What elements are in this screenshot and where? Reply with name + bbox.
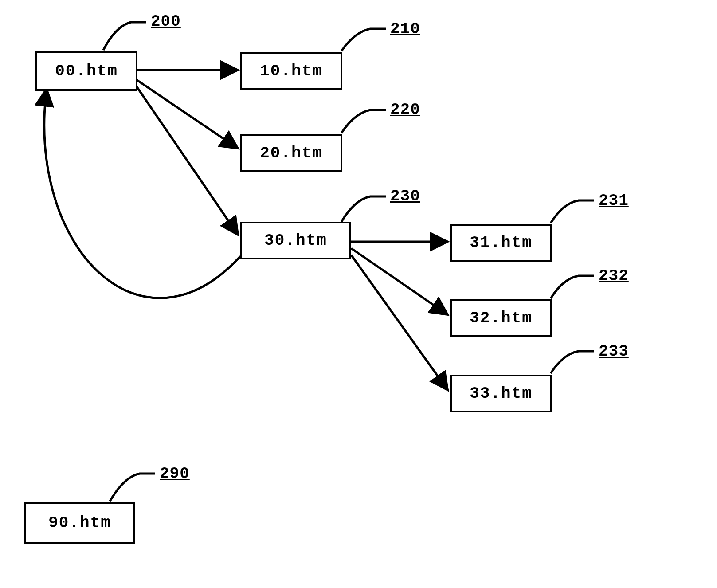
ref-label-233: 233: [599, 342, 629, 361]
node-label: 30.htm: [264, 231, 327, 250]
node-label: 10.htm: [260, 62, 323, 80]
node-20-htm: 20.htm: [240, 134, 342, 172]
node-label: 90.htm: [48, 514, 111, 532]
node-label: 32.htm: [470, 309, 533, 327]
node-10-htm: 10.htm: [240, 52, 342, 90]
ref-label-290: 290: [160, 465, 190, 483]
node-label: 31.htm: [470, 234, 533, 252]
node-33-htm: 33.htm: [450, 375, 552, 412]
ref-label-200: 200: [151, 12, 181, 31]
node-32-htm: 32.htm: [450, 299, 552, 337]
diagram-canvas: 00.htm 200 10.htm 210 20.htm 220 30.htm …: [0, 0, 717, 588]
node-label: 00.htm: [55, 62, 118, 80]
node-90-htm: 90.htm: [24, 502, 135, 544]
node-30-htm: 30.htm: [240, 222, 351, 259]
ref-label-220: 220: [390, 101, 420, 119]
ref-label-210: 210: [390, 20, 420, 38]
ref-label-231: 231: [599, 192, 629, 210]
ref-label-232: 232: [599, 267, 629, 285]
svg-line-2: [137, 86, 238, 235]
node-label: 33.htm: [470, 384, 533, 403]
svg-line-1: [137, 80, 238, 149]
node-00-htm: 00.htm: [35, 51, 137, 91]
ref-label-230: 230: [390, 187, 420, 205]
node-label: 20.htm: [260, 144, 323, 162]
node-31-htm: 31.htm: [450, 224, 552, 262]
svg-line-5: [351, 255, 448, 390]
svg-line-4: [351, 248, 448, 315]
